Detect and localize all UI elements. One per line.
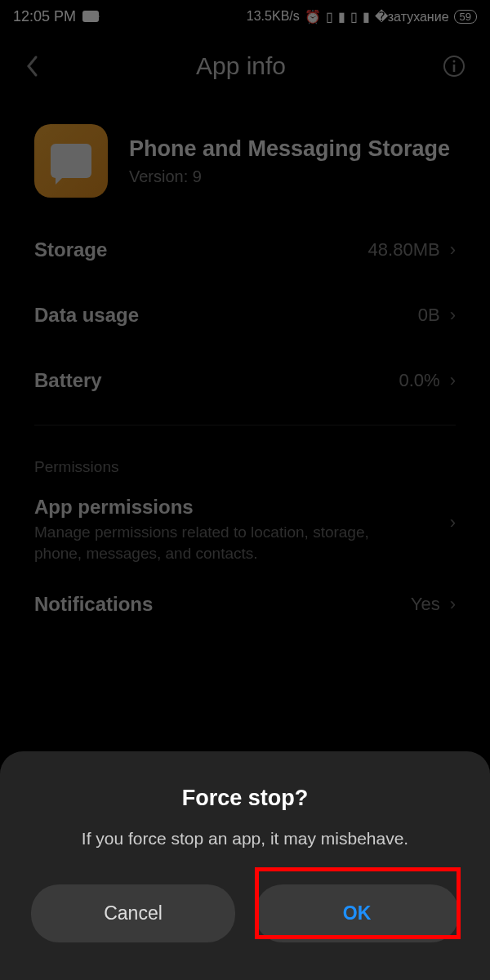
data-usage-row[interactable]: Data usage 0B› xyxy=(0,283,490,348)
app-header: App info xyxy=(0,33,490,95)
chevron-right-icon: › xyxy=(450,594,456,615)
storage-value: 48.80MB xyxy=(368,239,440,261)
battery-value: 0.0% xyxy=(399,370,440,391)
notifications-value: Yes xyxy=(411,594,440,615)
dialog-message: If you force stop an app, it may misbeha… xyxy=(26,829,464,849)
notifications-row[interactable]: Notifications Yes› xyxy=(0,572,490,637)
cancel-button[interactable]: Cancel xyxy=(31,884,235,942)
app-version: Version: 9 xyxy=(129,167,450,186)
app-icon xyxy=(34,124,108,198)
permissions-section-label: Permissions xyxy=(0,437,490,484)
notifications-label: Notifications xyxy=(34,593,153,616)
storage-row[interactable]: Storage 48.80MB› xyxy=(0,217,490,283)
svg-point-1 xyxy=(453,60,456,63)
force-stop-dialog: Force stop? If you force stop an app, it… xyxy=(0,751,490,980)
dialog-title: Force stop? xyxy=(26,786,464,811)
signal-icon: ▮ xyxy=(338,9,345,24)
app-permissions-subtitle: Manage permissions related to location, … xyxy=(34,522,410,564)
chevron-right-icon: › xyxy=(450,305,456,326)
info-button[interactable] xyxy=(443,55,466,78)
app-permissions-row[interactable]: App permissions Manage permissions relat… xyxy=(0,484,490,572)
app-permissions-title: App permissions xyxy=(34,496,410,519)
chevron-right-icon: › xyxy=(450,239,456,261)
status-time: 12:05 PM xyxy=(13,8,76,25)
network-speed: 13.5KB/s xyxy=(247,9,300,24)
battery-label: Battery xyxy=(34,369,102,392)
page-title: App info xyxy=(196,52,286,80)
battery-row[interactable]: Battery 0.0%› xyxy=(0,348,490,413)
wifi-icon: �затухание xyxy=(375,9,449,24)
data-usage-value: 0B xyxy=(418,305,440,326)
app-summary: Phone and Messaging Storage Version: 9 xyxy=(0,95,490,217)
volte-icon-2: ▯ xyxy=(350,9,358,24)
volte-icon: ▯ xyxy=(326,9,333,24)
ok-button[interactable]: OK xyxy=(255,884,459,942)
divider xyxy=(34,425,456,425)
signal-icon-2: ▮ xyxy=(363,9,370,24)
alarm-icon: ⏰ xyxy=(305,9,321,24)
app-name: Phone and Messaging Storage xyxy=(129,136,450,163)
storage-label: Storage xyxy=(34,238,107,261)
back-button[interactable] xyxy=(24,54,39,78)
battery-indicator: 59 xyxy=(454,10,477,24)
data-usage-label: Data usage xyxy=(34,304,139,327)
svg-rect-2 xyxy=(453,65,456,72)
chevron-right-icon: › xyxy=(450,370,456,391)
camera-icon xyxy=(82,11,99,22)
status-bar: 12:05 PM 13.5KB/s ⏰ ▯ ▮ ▯ ▮ �затухание 5… xyxy=(0,0,490,33)
chevron-right-icon: › xyxy=(450,512,456,533)
